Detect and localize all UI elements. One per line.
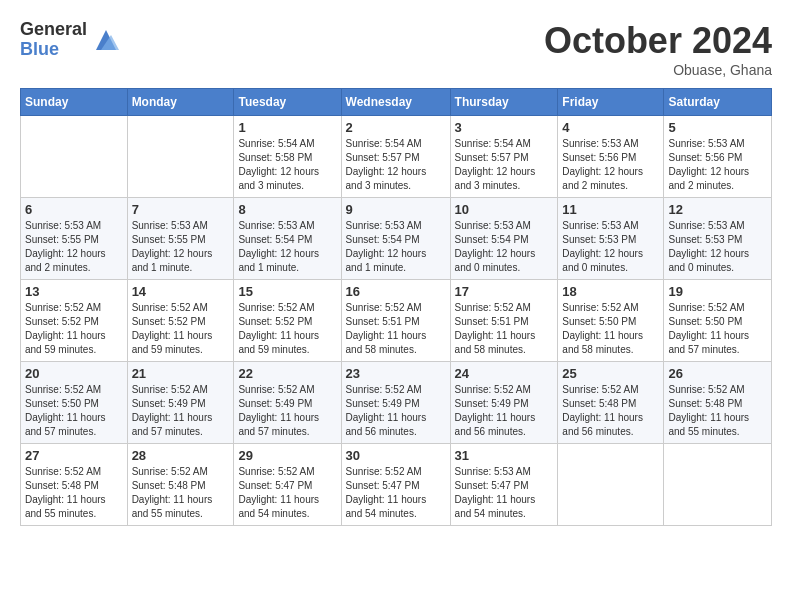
- calendar-cell: 26Sunrise: 5:52 AM Sunset: 5:48 PM Dayli…: [664, 362, 772, 444]
- day-info: Sunrise: 5:53 AM Sunset: 5:54 PM Dayligh…: [238, 219, 336, 275]
- calendar-cell: 24Sunrise: 5:52 AM Sunset: 5:49 PM Dayli…: [450, 362, 558, 444]
- calendar-cell: 8Sunrise: 5:53 AM Sunset: 5:54 PM Daylig…: [234, 198, 341, 280]
- day-info: Sunrise: 5:53 AM Sunset: 5:56 PM Dayligh…: [562, 137, 659, 193]
- day-info: Sunrise: 5:52 AM Sunset: 5:48 PM Dayligh…: [132, 465, 230, 521]
- day-number: 8: [238, 202, 336, 217]
- day-number: 29: [238, 448, 336, 463]
- day-info: Sunrise: 5:53 AM Sunset: 5:53 PM Dayligh…: [668, 219, 767, 275]
- day-number: 6: [25, 202, 123, 217]
- day-info: Sunrise: 5:52 AM Sunset: 5:52 PM Dayligh…: [132, 301, 230, 357]
- day-info: Sunrise: 5:54 AM Sunset: 5:57 PM Dayligh…: [346, 137, 446, 193]
- day-info: Sunrise: 5:52 AM Sunset: 5:51 PM Dayligh…: [455, 301, 554, 357]
- calendar-header-row: SundayMondayTuesdayWednesdayThursdayFrid…: [21, 89, 772, 116]
- day-number: 17: [455, 284, 554, 299]
- calendar-cell: 20Sunrise: 5:52 AM Sunset: 5:50 PM Dayli…: [21, 362, 128, 444]
- day-info: Sunrise: 5:52 AM Sunset: 5:49 PM Dayligh…: [455, 383, 554, 439]
- calendar-cell: 10Sunrise: 5:53 AM Sunset: 5:54 PM Dayli…: [450, 198, 558, 280]
- day-number: 15: [238, 284, 336, 299]
- day-number: 3: [455, 120, 554, 135]
- day-header-monday: Monday: [127, 89, 234, 116]
- calendar-body: 1Sunrise: 5:54 AM Sunset: 5:58 PM Daylig…: [21, 116, 772, 526]
- day-info: Sunrise: 5:53 AM Sunset: 5:54 PM Dayligh…: [455, 219, 554, 275]
- day-number: 31: [455, 448, 554, 463]
- calendar-cell: 2Sunrise: 5:54 AM Sunset: 5:57 PM Daylig…: [341, 116, 450, 198]
- day-number: 27: [25, 448, 123, 463]
- calendar-cell: 18Sunrise: 5:52 AM Sunset: 5:50 PM Dayli…: [558, 280, 664, 362]
- day-number: 7: [132, 202, 230, 217]
- calendar-cell: 30Sunrise: 5:52 AM Sunset: 5:47 PM Dayli…: [341, 444, 450, 526]
- calendar-cell: 22Sunrise: 5:52 AM Sunset: 5:49 PM Dayli…: [234, 362, 341, 444]
- calendar-cell: 11Sunrise: 5:53 AM Sunset: 5:53 PM Dayli…: [558, 198, 664, 280]
- day-info: Sunrise: 5:54 AM Sunset: 5:58 PM Dayligh…: [238, 137, 336, 193]
- calendar-cell: 4Sunrise: 5:53 AM Sunset: 5:56 PM Daylig…: [558, 116, 664, 198]
- calendar-week-row: 13Sunrise: 5:52 AM Sunset: 5:52 PM Dayli…: [21, 280, 772, 362]
- calendar-cell: 28Sunrise: 5:52 AM Sunset: 5:48 PM Dayli…: [127, 444, 234, 526]
- calendar-cell: [21, 116, 128, 198]
- calendar-cell: [664, 444, 772, 526]
- logo-blue: Blue: [20, 40, 87, 60]
- day-info: Sunrise: 5:52 AM Sunset: 5:49 PM Dayligh…: [132, 383, 230, 439]
- day-info: Sunrise: 5:52 AM Sunset: 5:48 PM Dayligh…: [562, 383, 659, 439]
- day-info: Sunrise: 5:52 AM Sunset: 5:47 PM Dayligh…: [238, 465, 336, 521]
- day-info: Sunrise: 5:52 AM Sunset: 5:49 PM Dayligh…: [346, 383, 446, 439]
- day-number: 30: [346, 448, 446, 463]
- calendar-cell: 21Sunrise: 5:52 AM Sunset: 5:49 PM Dayli…: [127, 362, 234, 444]
- day-number: 18: [562, 284, 659, 299]
- logo: General Blue: [20, 20, 121, 60]
- day-info: Sunrise: 5:52 AM Sunset: 5:52 PM Dayligh…: [238, 301, 336, 357]
- page-header: General Blue October 2024 Obuase, Ghana: [20, 20, 772, 78]
- day-header-sunday: Sunday: [21, 89, 128, 116]
- day-info: Sunrise: 5:53 AM Sunset: 5:53 PM Dayligh…: [562, 219, 659, 275]
- day-number: 13: [25, 284, 123, 299]
- calendar-cell: [127, 116, 234, 198]
- calendar-cell: 27Sunrise: 5:52 AM Sunset: 5:48 PM Dayli…: [21, 444, 128, 526]
- day-header-tuesday: Tuesday: [234, 89, 341, 116]
- day-number: 12: [668, 202, 767, 217]
- day-number: 28: [132, 448, 230, 463]
- day-number: 16: [346, 284, 446, 299]
- day-number: 5: [668, 120, 767, 135]
- day-header-friday: Friday: [558, 89, 664, 116]
- day-number: 1: [238, 120, 336, 135]
- day-number: 10: [455, 202, 554, 217]
- day-header-saturday: Saturday: [664, 89, 772, 116]
- day-info: Sunrise: 5:52 AM Sunset: 5:50 PM Dayligh…: [562, 301, 659, 357]
- day-number: 11: [562, 202, 659, 217]
- day-info: Sunrise: 5:52 AM Sunset: 5:47 PM Dayligh…: [346, 465, 446, 521]
- location: Obuase, Ghana: [544, 62, 772, 78]
- title-section: October 2024 Obuase, Ghana: [544, 20, 772, 78]
- month-title: October 2024: [544, 20, 772, 62]
- day-number: 24: [455, 366, 554, 381]
- calendar-week-row: 20Sunrise: 5:52 AM Sunset: 5:50 PM Dayli…: [21, 362, 772, 444]
- calendar-cell: 29Sunrise: 5:52 AM Sunset: 5:47 PM Dayli…: [234, 444, 341, 526]
- calendar-week-row: 27Sunrise: 5:52 AM Sunset: 5:48 PM Dayli…: [21, 444, 772, 526]
- calendar-cell: 23Sunrise: 5:52 AM Sunset: 5:49 PM Dayli…: [341, 362, 450, 444]
- logo-general: General: [20, 20, 87, 40]
- logo-icon: [91, 25, 121, 55]
- day-info: Sunrise: 5:54 AM Sunset: 5:57 PM Dayligh…: [455, 137, 554, 193]
- day-info: Sunrise: 5:52 AM Sunset: 5:48 PM Dayligh…: [668, 383, 767, 439]
- calendar-cell: 1Sunrise: 5:54 AM Sunset: 5:58 PM Daylig…: [234, 116, 341, 198]
- calendar-week-row: 6Sunrise: 5:53 AM Sunset: 5:55 PM Daylig…: [21, 198, 772, 280]
- day-number: 21: [132, 366, 230, 381]
- calendar-cell: 9Sunrise: 5:53 AM Sunset: 5:54 PM Daylig…: [341, 198, 450, 280]
- day-info: Sunrise: 5:53 AM Sunset: 5:55 PM Dayligh…: [25, 219, 123, 275]
- calendar-week-row: 1Sunrise: 5:54 AM Sunset: 5:58 PM Daylig…: [21, 116, 772, 198]
- day-info: Sunrise: 5:53 AM Sunset: 5:56 PM Dayligh…: [668, 137, 767, 193]
- calendar-cell: [558, 444, 664, 526]
- day-number: 23: [346, 366, 446, 381]
- day-info: Sunrise: 5:52 AM Sunset: 5:48 PM Dayligh…: [25, 465, 123, 521]
- day-info: Sunrise: 5:53 AM Sunset: 5:47 PM Dayligh…: [455, 465, 554, 521]
- day-number: 19: [668, 284, 767, 299]
- calendar-cell: 25Sunrise: 5:52 AM Sunset: 5:48 PM Dayli…: [558, 362, 664, 444]
- day-info: Sunrise: 5:52 AM Sunset: 5:52 PM Dayligh…: [25, 301, 123, 357]
- day-number: 4: [562, 120, 659, 135]
- calendar-cell: 19Sunrise: 5:52 AM Sunset: 5:50 PM Dayli…: [664, 280, 772, 362]
- day-number: 14: [132, 284, 230, 299]
- day-number: 9: [346, 202, 446, 217]
- calendar-cell: 14Sunrise: 5:52 AM Sunset: 5:52 PM Dayli…: [127, 280, 234, 362]
- day-number: 25: [562, 366, 659, 381]
- day-number: 2: [346, 120, 446, 135]
- day-info: Sunrise: 5:53 AM Sunset: 5:55 PM Dayligh…: [132, 219, 230, 275]
- day-number: 20: [25, 366, 123, 381]
